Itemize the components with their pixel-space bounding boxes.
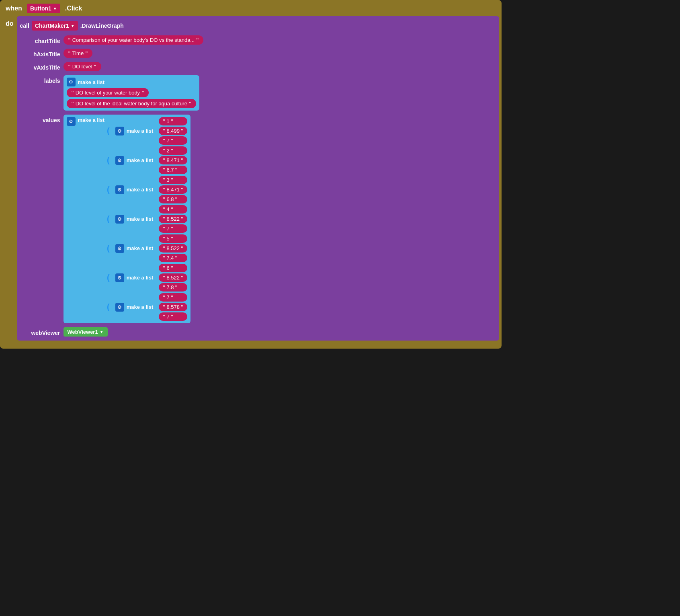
haxis-title-row: hAxisTitle " Time "	[20, 48, 496, 59]
inner-list-6[interactable]: ⚙ make a list	[112, 301, 157, 313]
inner-list-5-values: " 6 " " 8.522 "	[159, 264, 187, 292]
inner-list-5[interactable]: ⚙ make a list	[112, 272, 157, 284]
values-inner-lists: ( ⚙ make a list "	[107, 117, 187, 321]
val-4-1: " 8.522 "	[159, 244, 187, 253]
val-5-0: " 6 "	[159, 264, 187, 272]
values-list-text: make a list	[78, 117, 105, 123]
method-label: .DrawLineGraph	[80, 23, 124, 29]
haxis-title-text: Time	[72, 50, 84, 56]
inner-list-6-gear: ⚙	[115, 303, 124, 312]
inner-list-row-6: ( ⚙ make a list "	[107, 293, 187, 321]
inner-list-1-values: " 2 " " 8.471 "	[159, 146, 187, 174]
values-gear-icon: ⚙	[67, 117, 76, 126]
val-1-2: " 6.7 "	[159, 166, 187, 174]
connector-3: (	[107, 214, 110, 224]
val-6-1: " 8.578 "	[159, 303, 187, 311]
label-item-0-row: " DO level of your water body "	[67, 88, 197, 97]
event-block: when Button1 ▼ .Click do call ChartMaker…	[0, 0, 502, 349]
connector-4: (	[107, 244, 110, 253]
webviewer-arrow-icon: ▼	[100, 330, 104, 334]
do-label: do	[2, 16, 17, 30]
inner-list-row-1: ( ⚙ make a list "	[107, 146, 187, 174]
chart-title-text: Comparison of your water body's DO vs th…	[72, 37, 195, 43]
inner-list-6-text: make a list	[127, 304, 154, 310]
inner-list-3-values: " 4 " " 8.522 "	[159, 205, 187, 233]
val-0-2: " 7 "	[159, 136, 187, 145]
labels-list-text: make a list	[78, 79, 105, 85]
vaxis-title-label: vAxisTitle	[20, 62, 60, 71]
inner-list-1-gear: ⚙	[115, 156, 124, 165]
val-5-2: " 7.8 "	[159, 283, 187, 292]
inner-list-5-gear: ⚙	[115, 273, 124, 282]
inner-list-row-4: ( ⚙ make a list "	[107, 234, 187, 262]
val-2-1: " 8.471 "	[159, 185, 187, 194]
inner-list-row-5: ( ⚙ make a list "	[107, 264, 187, 292]
chartmaker-dropdown[interactable]: ChartMaker1 ▼	[32, 21, 78, 31]
webviewer-row: webViewer WebViewer1 ▼	[20, 326, 496, 337]
val-0-1: " 8.499 "	[159, 127, 187, 135]
label-item-1-text: DO level of the ideal water body for aqu…	[76, 101, 187, 107]
val-1-0: " 2 "	[159, 146, 187, 155]
webviewer-dropdown[interactable]: WebViewer1 ▼	[63, 327, 108, 337]
connector-1: (	[107, 156, 110, 165]
labels-list-block: ⚙ make a list " DO level of your water b…	[63, 75, 200, 111]
val-1-1: " 8.471 "	[159, 156, 187, 164]
inner-list-0-gear: ⚙	[115, 127, 124, 136]
inner-list-3[interactable]: ⚙ make a list	[112, 213, 157, 225]
val-3-0: " 4 "	[159, 205, 187, 214]
val-2-0: " 3 "	[159, 176, 187, 184]
chart-title-value: " Comparison of your water body's DO vs …	[63, 35, 204, 45]
call-row: call ChartMaker1 ▼ .DrawLineGraph	[20, 19, 496, 32]
inner-list-3-gear: ⚙	[115, 215, 124, 224]
inner-list-0[interactable]: ⚙ make a list	[112, 125, 157, 137]
values-row: values ⚙ make a list (	[20, 114, 496, 324]
webviewer-label: webViewer	[20, 327, 60, 336]
inner-list-2-gear: ⚙	[115, 185, 124, 194]
val-2-2: " 6.8 "	[159, 195, 187, 203]
values-outer-list: ⚙ make a list ( ⚙ make	[63, 115, 191, 323]
connector-2: (	[107, 185, 110, 194]
inner-list-2-values: " 3 " " 8.471 "	[159, 176, 187, 203]
inner-list-3-text: make a list	[127, 216, 154, 222]
label-item-1-row: " DO level of the ideal water body for a…	[67, 99, 197, 108]
label-item-0-text: DO level of your water body	[76, 90, 140, 96]
vaxis-title-row: vAxisTitle " DO level "	[20, 61, 496, 72]
val-3-1: " 8.522 "	[159, 215, 187, 223]
val-4-0: " 5 "	[159, 234, 187, 243]
val-6-0: " 7 "	[159, 293, 187, 302]
connector-5: (	[107, 273, 110, 282]
connector-6: (	[107, 302, 110, 312]
values-label: values	[20, 115, 60, 123]
val-0-0: " 1 "	[159, 117, 187, 125]
val-3-2: " 7 "	[159, 224, 187, 233]
val-4-2: " 7.4 "	[159, 254, 187, 262]
haxis-title-label: hAxisTitle	[20, 49, 60, 57]
do-inner: call ChartMaker1 ▼ .DrawLineGraph chartT…	[17, 16, 499, 341]
label-item-1: " DO level of the ideal water body for a…	[67, 99, 197, 108]
val-5-1: " 8.522 "	[159, 273, 187, 282]
when-label: when	[2, 2, 25, 14]
call-label: call	[20, 23, 29, 29]
inner-list-1[interactable]: ⚙ make a list	[112, 154, 157, 166]
labels-list-header[interactable]: ⚙ make a list	[67, 78, 197, 86]
labels-row: labels ⚙ make a list " DO level of your …	[20, 74, 496, 111]
inner-list-2-text: make a list	[127, 187, 154, 193]
button1-dropdown[interactable]: Button1 ▼	[27, 4, 60, 13]
when-row: when Button1 ▼ .Click	[2, 2, 499, 14]
connector-0: (	[107, 126, 110, 136]
vaxis-title-value: " DO level "	[63, 62, 101, 71]
chart-title-row: chartTitle " Comparison of your water bo…	[20, 35, 496, 45]
inner-list-4-text: make a list	[127, 245, 154, 251]
webviewer-value: WebViewer1	[68, 329, 98, 335]
inner-list-4-values: " 5 " " 8.522 "	[159, 234, 187, 262]
inner-list-2[interactable]: ⚙ make a list	[112, 184, 157, 196]
inner-list-4[interactable]: ⚙ make a list	[112, 242, 157, 255]
inner-list-row-0: ( ⚙ make a list "	[107, 117, 187, 145]
inner-list-0-values: " 1 " " 8.499 "	[159, 117, 187, 145]
haxis-title-value: " Time "	[63, 49, 93, 58]
do-block: do call ChartMaker1 ▼ .DrawLineGraph cha…	[2, 16, 499, 341]
inner-list-0-text: make a list	[127, 128, 154, 134]
inner-list-1-text: make a list	[127, 157, 154, 163]
inner-list-5-text: make a list	[127, 275, 154, 281]
val-6-2: " 7 "	[159, 312, 187, 321]
